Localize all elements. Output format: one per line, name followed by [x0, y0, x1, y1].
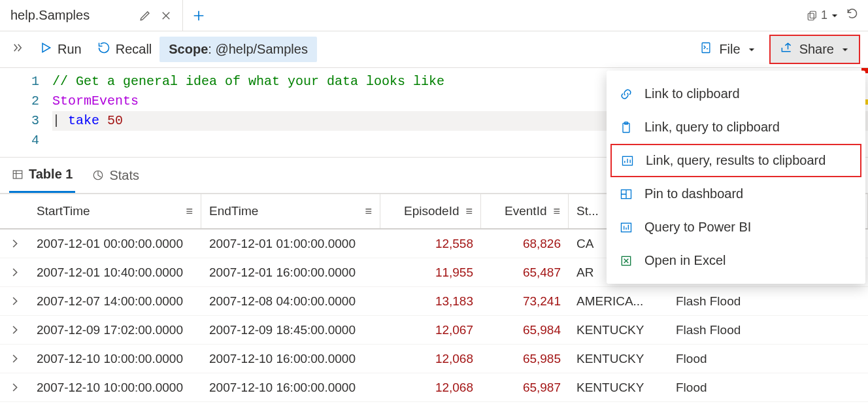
scope-value: @help/Samples: [215, 42, 307, 56]
cell-episode-id: 12,068: [380, 352, 481, 366]
file-label: File: [719, 42, 740, 57]
share-label: Share: [799, 42, 834, 57]
file-icon: [699, 41, 712, 58]
expand-icon[interactable]: [4, 42, 31, 57]
menu-link-query-to-clipboard[interactable]: Link, query to clipboard: [607, 110, 865, 144]
link-icon: [618, 88, 634, 101]
cell-event-type: Flood: [668, 381, 868, 395]
close-icon[interactable]: [160, 10, 172, 22]
undo-icon[interactable]: [846, 7, 859, 24]
share-menu: Link to clipboard Link, query to clipboa…: [607, 71, 865, 284]
cell-episode-id: 11,955: [380, 265, 481, 280]
file-dropdown[interactable]: File: [690, 37, 765, 61]
cell-episode-id: 13,183: [380, 294, 481, 309]
svg-rect-0: [810, 11, 816, 18]
cell-start-time: 2007-12-10 10:00:00.0000: [29, 352, 201, 366]
menu-link-query-results-to-clipboard[interactable]: Link, query, results to clipboard: [610, 144, 861, 177]
cell-start-time: 2007-12-09 17:02:00.0000: [29, 323, 201, 337]
cell-event-type: Flash Flood: [668, 294, 868, 309]
cell-start-time: 2007-12-01 00:00:00.0000: [29, 237, 201, 251]
share-dropdown[interactable]: Share: [769, 35, 860, 64]
tab-stats[interactable]: Stats: [90, 158, 142, 193]
row-expand-icon[interactable]: [0, 295, 29, 307]
cell-start-time: 2007-12-10 10:00:00.0000: [29, 381, 201, 395]
row-expand-icon[interactable]: [0, 266, 29, 279]
cell-event-id: 73,241: [481, 294, 569, 309]
column-menu-icon[interactable]: ≡: [186, 205, 193, 218]
cell-state: KENTUCKY: [569, 352, 668, 366]
table-row[interactable]: 2007-12-07 14:00:00.00002007-12-08 04:00…: [0, 287, 868, 316]
cell-episode-id: 12,558: [380, 237, 481, 251]
dashboard-icon: [618, 188, 634, 201]
powerbi-icon: [618, 221, 634, 234]
scope-pill[interactable]: Scope: @help/Samples: [159, 37, 317, 62]
table-row[interactable]: 2007-12-10 10:00:00.00002007-12-10 16:00…: [0, 345, 868, 373]
row-expand-icon[interactable]: [0, 381, 29, 394]
code-pipe: |: [52, 113, 60, 128]
cell-end-time: 2007-12-01 16:00:00.0000: [201, 265, 380, 280]
recall-button[interactable]: Recall: [90, 37, 160, 61]
run-label: Run: [58, 42, 82, 57]
code-identifier: StormEvents: [52, 94, 139, 109]
cell-end-time: 2007-12-10 16:00:00.0000: [201, 352, 380, 366]
column-menu-icon[interactable]: ≡: [465, 205, 473, 218]
tab-stats-label: Stats: [109, 168, 139, 183]
code-keyword: take: [68, 113, 99, 128]
cell-state: KENTUCKY: [569, 323, 668, 337]
recall-icon: [97, 41, 110, 58]
menu-pin-to-dashboard[interactable]: Pin to dashboard: [607, 177, 865, 211]
cell-event-id: 65,984: [481, 323, 569, 337]
row-expand-icon[interactable]: [0, 237, 29, 250]
code-comment: // Get a general idea of what your data …: [52, 74, 444, 89]
column-end-time[interactable]: EndTime ≡: [201, 194, 380, 228]
tabs-copy-dropdown[interactable]: 1: [807, 8, 839, 22]
svg-rect-3: [13, 171, 22, 178]
menu-label: Link, query to clipboard: [644, 120, 780, 135]
menu-label: Pin to dashboard: [644, 186, 743, 201]
cell-start-time: 2007-12-07 14:00:00.0000: [29, 294, 201, 309]
svg-rect-2: [703, 43, 710, 53]
cell-episode-id: 12,068: [380, 381, 481, 395]
column-menu-icon[interactable]: ≡: [365, 205, 372, 218]
scope-label: Scope: [169, 42, 208, 56]
column-event-id[interactable]: EventId ≡: [481, 194, 569, 228]
cell-state: AMERICA...: [569, 294, 668, 309]
table-row[interactable]: 2007-12-10 10:00:00.00002007-12-10 16:00…: [0, 373, 868, 402]
play-icon: [39, 41, 52, 58]
menu-label: Link to clipboard: [644, 86, 740, 101]
cell-end-time: 2007-12-09 18:45:00.0000: [201, 323, 380, 337]
cell-state: KENTUCKY: [569, 381, 668, 395]
cell-episode-id: 12,067: [380, 323, 481, 337]
tab-bar: help.Samples 1: [0, 0, 868, 31]
cell-end-time: 2007-12-08 04:00:00.0000: [201, 294, 380, 309]
svg-rect-1: [808, 13, 814, 20]
menu-label: Open in Excel: [644, 253, 726, 268]
chevron-down-icon: [747, 45, 756, 54]
column-episode-id[interactable]: EpisodeId ≡: [380, 194, 481, 228]
cell-end-time: 2007-12-01 01:00:00.0000: [201, 237, 380, 251]
column-start-time[interactable]: StartTime ≡: [29, 194, 201, 228]
share-icon: [780, 41, 793, 58]
cell-end-time: 2007-12-10 16:00:00.0000: [201, 381, 380, 395]
table-row[interactable]: 2007-12-09 17:02:00.00002007-12-09 18:45…: [0, 316, 868, 345]
cell-event-type: Flash Flood: [668, 323, 868, 337]
cell-event-type: Flood: [668, 352, 868, 366]
tab-title: help.Samples: [10, 8, 90, 23]
tab-table[interactable]: Table 1: [9, 158, 75, 193]
edit-icon[interactable]: [139, 10, 151, 22]
excel-icon: [618, 254, 634, 267]
tab-table-label: Table 1: [29, 167, 73, 182]
code-number: 50: [107, 113, 123, 128]
row-expand-icon[interactable]: [0, 324, 29, 336]
column-menu-icon[interactable]: ≡: [553, 205, 560, 218]
menu-link-to-clipboard[interactable]: Link to clipboard: [607, 77, 865, 110]
stats-icon: [92, 169, 104, 181]
cell-start-time: 2007-12-01 10:40:00.0000: [29, 265, 201, 280]
tab-active[interactable]: help.Samples: [0, 0, 183, 31]
new-tab-button[interactable]: [183, 8, 214, 23]
menu-query-to-power-bi[interactable]: Query to Power BI: [607, 211, 865, 244]
cell-event-id: 65,987: [481, 381, 569, 395]
menu-open-in-excel[interactable]: Open in Excel: [607, 244, 865, 277]
run-button[interactable]: Run: [31, 37, 90, 61]
row-expand-icon[interactable]: [0, 352, 29, 365]
